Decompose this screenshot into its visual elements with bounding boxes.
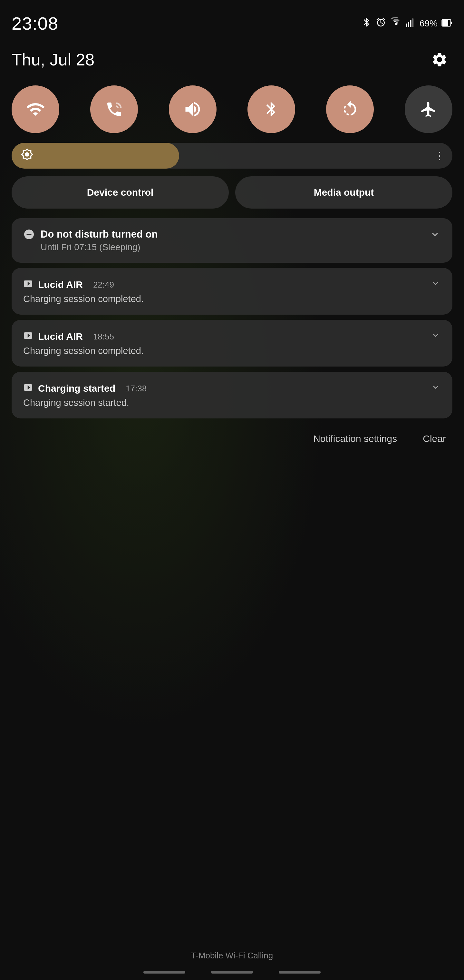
notification-2-body: Charging session completed. — [23, 345, 441, 356]
device-control-button[interactable]: Device control — [11, 177, 229, 208]
notification-1-app-icon — [23, 279, 33, 291]
notification-1-app-row: Lucid AIR 22:49 — [23, 279, 114, 291]
battery-icon — [442, 18, 453, 29]
brightness-slider[interactable]: ⋮ — [11, 143, 453, 169]
dnd-content: Do not disturb turned on Until Fri 07:15… — [41, 229, 157, 252]
battery-percent: 69% — [420, 18, 438, 29]
sound-toggle[interactable] — [169, 86, 216, 133]
svg-rect-3 — [410, 20, 412, 27]
notification-3[interactable]: Charging started 17:38 Charging session … — [11, 372, 453, 418]
media-output-label: Media output — [314, 187, 374, 198]
notification-2-app-name: Lucid AIR — [38, 331, 83, 342]
notification-1-chevron-icon[interactable] — [431, 278, 441, 291]
status-bar: 23:08 — [11, 0, 453, 40]
dnd-title: Do not disturb turned on — [41, 229, 157, 240]
nav-indicator-home — [211, 971, 253, 974]
notification-3-chevron-icon[interactable] — [431, 382, 441, 395]
notification-3-body: Charging session started. — [23, 398, 441, 408]
brightness-fill — [11, 143, 179, 169]
notification-1-body: Charging session completed. — [23, 294, 441, 304]
notification-1-app-name: Lucid AIR — [38, 279, 83, 290]
status-time: 23:08 — [11, 13, 58, 34]
svg-rect-7 — [451, 22, 452, 24]
svg-rect-1 — [406, 24, 407, 27]
date-label: Thu, Jul 28 — [11, 50, 94, 69]
date-row: Thu, Jul 28 — [11, 40, 453, 82]
notification-actions: Notification settings Clear — [11, 423, 453, 451]
media-output-button[interactable]: Media output — [235, 177, 453, 208]
settings-gear-button[interactable] — [427, 47, 453, 73]
control-row: Device control Media output — [11, 177, 453, 208]
dnd-icon — [23, 229, 35, 242]
brightness-icon — [21, 148, 33, 164]
nav-indicator-back — [143, 971, 185, 974]
clear-button[interactable]: Clear — [416, 430, 453, 447]
dnd-subtitle: Until Fri 07:15 (Sleeping) — [41, 242, 157, 252]
svg-rect-2 — [408, 22, 409, 27]
quick-toggles — [11, 82, 453, 143]
notification-settings-button[interactable]: Notification settings — [307, 430, 404, 447]
bluetooth-icon — [362, 17, 372, 30]
nav-indicator-recents — [279, 971, 321, 974]
notification-2-chevron-icon[interactable] — [431, 330, 441, 343]
notification-3-time: 17:38 — [126, 383, 146, 394]
notification-1-time: 22:49 — [93, 280, 114, 290]
notification-2-time: 18:55 — [93, 332, 114, 342]
phone-toggle[interactable] — [90, 86, 138, 133]
wifi-toggle[interactable] — [11, 86, 59, 133]
airplane-toggle[interactable] — [405, 86, 453, 133]
svg-rect-6 — [442, 20, 448, 25]
bluetooth-toggle[interactable] — [248, 86, 295, 133]
notification-2-app-icon — [23, 331, 33, 343]
dnd-chevron-icon[interactable] — [429, 229, 441, 243]
svg-point-0 — [395, 23, 397, 25]
notification-3-app-icon — [23, 383, 33, 395]
device-control-label: Device control — [87, 187, 154, 198]
notification-3-app-name: Charging started — [38, 383, 115, 394]
notification-2[interactable]: Lucid AIR 18:55 Charging session complet… — [11, 320, 453, 366]
dnd-notification[interactable]: Do not disturb turned on Until Fri 07:15… — [11, 218, 453, 263]
svg-rect-4 — [412, 18, 413, 27]
bottom-label: T-Mobile Wi-Fi Calling — [0, 951, 464, 961]
bottom-nav-indicators — [0, 971, 464, 974]
brightness-more-icon[interactable]: ⋮ — [434, 150, 445, 162]
rotation-toggle[interactable] — [326, 86, 374, 133]
alarm-icon — [376, 17, 386, 30]
notification-2-app-row: Lucid AIR 18:55 — [23, 331, 114, 343]
notification-1[interactable]: Lucid AIR 22:49 Charging session complet… — [11, 268, 453, 315]
signal-icon — [405, 17, 416, 30]
notification-3-app-row: Charging started 17:38 — [23, 383, 146, 395]
wifi-calling-icon — [390, 17, 402, 30]
status-icons: 69% — [362, 17, 453, 30]
